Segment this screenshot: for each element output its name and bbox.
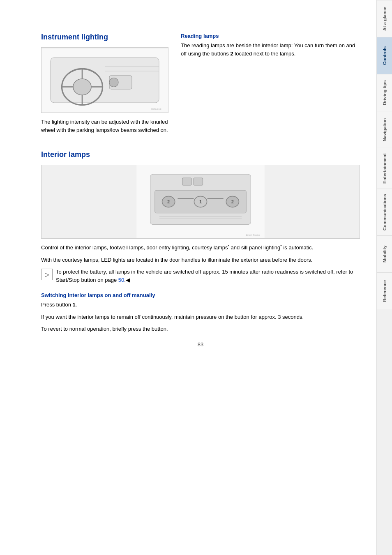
battery-note: ▷ To protect the battery, all lamps in t… — [41, 268, 360, 288]
tab-entertainment[interactable]: Entertainment — [377, 148, 392, 189]
tab-reference[interactable]: Reference — [377, 272, 392, 309]
note-icon: ▷ — [41, 269, 53, 280]
main-content: Instrument lighting — [0, 0, 376, 555]
tab-driving-tips[interactable]: Driving tips — [377, 74, 392, 111]
switching-title: Switching interior lamps on and off manu… — [41, 292, 360, 298]
interior-lamps-svg: 2 1 2 bmw / iStockx — [42, 165, 360, 238]
svg-text:bmw / iStockx: bmw / iStockx — [246, 234, 260, 236]
interior-lamps-image: 2 1 2 bmw / iStockx — [41, 165, 360, 239]
page-container: Instrument lighting — [0, 0, 392, 555]
interior-lamps-title: Interior lamps — [41, 150, 360, 159]
instrument-lighting-title: Instrument lighting — [41, 33, 168, 41]
interior-lamps-section: Interior lamps 2 1 — [41, 150, 360, 333]
right-tabs: At a glance Controls Driving tips Naviga… — [376, 0, 392, 555]
interior-lamps-body2: With the courtesy lamps, LED lights are … — [41, 256, 360, 264]
tab-at-a-glance[interactable]: At a glance — [377, 0, 392, 37]
page-link-50[interactable]: 50 — [118, 277, 124, 283]
note-text: To protect the battery, all lamps in the… — [56, 268, 360, 284]
switching-body3: To revert to normal operation, briefly p… — [41, 325, 360, 333]
interior-lamps-body1: Control of the interior lamps, footwell … — [41, 244, 360, 252]
instrument-lighting-image: www.x.x.x — [41, 47, 168, 113]
instrument-panel-svg: www.x.x.x — [42, 48, 168, 113]
svg-text:1: 1 — [199, 199, 202, 204]
reading-lamps-title: Reading lamps — [181, 33, 360, 39]
svg-point-3 — [73, 79, 91, 95]
tab-navigation[interactable]: Navigation — [377, 111, 392, 148]
svg-rect-16 — [194, 178, 203, 185]
page-number: 83 — [41, 341, 360, 352]
instrument-lighting-section: Instrument lighting — [41, 33, 360, 138]
instrument-lighting-left: Instrument lighting — [41, 33, 168, 138]
svg-point-9 — [109, 78, 118, 87]
svg-text:2: 2 — [231, 199, 234, 204]
switching-body2: If you want the interior lamps to remain… — [41, 313, 360, 321]
tab-communications[interactable]: Communications — [377, 189, 392, 235]
tab-controls[interactable]: Controls — [377, 37, 392, 74]
svg-rect-1 — [51, 58, 159, 103]
svg-text:www.x.x.x: www.x.x.x — [151, 108, 161, 110]
reading-lamps-body: The reading lamps are beside the interio… — [181, 41, 360, 58]
instrument-lighting-body: The lighting intensity can be adjusted w… — [41, 118, 168, 134]
tab-mobility[interactable]: Mobility — [377, 235, 392, 272]
svg-rect-15 — [182, 178, 191, 185]
reading-lamps-section: Reading lamps The reading lamps are besi… — [181, 33, 360, 138]
svg-text:2: 2 — [167, 199, 170, 204]
switching-body1: Press button 1. — [41, 301, 360, 309]
